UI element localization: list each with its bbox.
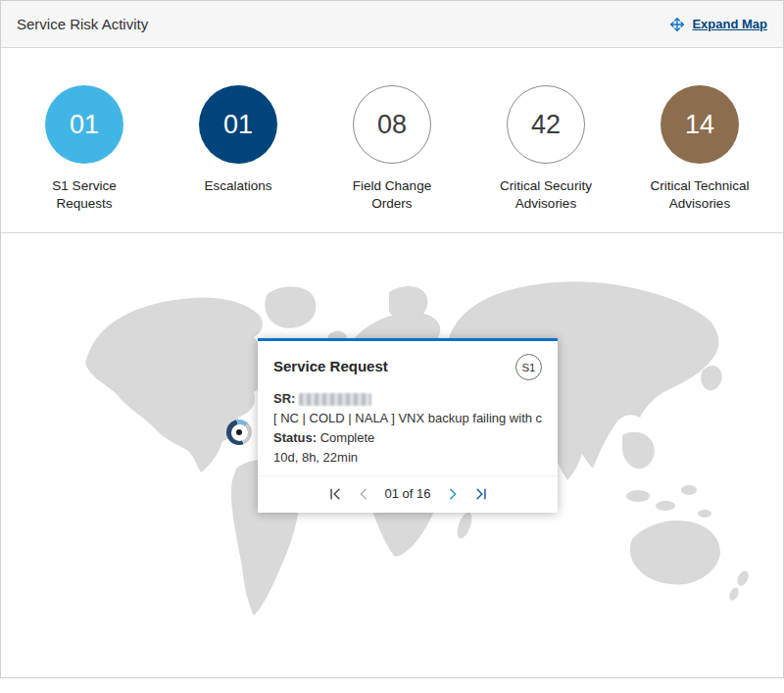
map-marker-inner [231, 424, 248, 441]
pagination-status: 01 of 16 [385, 486, 431, 501]
stat-circle-escalations: 01 [199, 85, 277, 164]
first-page-button[interactable] [328, 487, 342, 501]
chevron-left-icon [357, 487, 370, 501]
risk-map-area: Service Request S1 SR: [ NC | COLD | NAL… [1, 233, 783, 677]
stat-label-cta: Critical Technical Advisories [641, 177, 759, 213]
service-risk-activity-widget: Service Risk Activity Expand Map 01 S1 S… [0, 0, 784, 678]
expand-map-label: Expand Map [692, 17, 767, 31]
chevron-right-icon [446, 487, 460, 501]
stat-circle-cta: 14 [661, 85, 739, 164]
popup-title: Service Request [273, 354, 388, 374]
stat-circle-s1: 01 [45, 85, 123, 164]
stat-escalations[interactable]: 01 Escalations [165, 85, 312, 232]
status-value: Complete [320, 430, 375, 445]
previous-page-button[interactable] [357, 487, 370, 501]
service-request-popup: Service Request S1 SR: [ NC | COLD | NAL… [258, 338, 558, 513]
stat-label-fco: Field Change Orders [333, 177, 451, 213]
severity-badge: S1 [515, 354, 542, 380]
stat-label-escalations: Escalations [204, 177, 271, 195]
first-page-icon [328, 487, 342, 501]
status-line: Status: Complete [273, 429, 542, 448]
map-marker-dot [236, 429, 242, 435]
stat-critical-technical-advisories[interactable]: 14 Critical Technical Advisories [626, 85, 773, 232]
duration-text: 10d, 8h, 22min [273, 449, 542, 468]
sr-description: [ NC | COLD | NALA ] VNX backup failing … [273, 410, 542, 428]
stat-s1-service-requests[interactable]: 01 S1 Service Requests [11, 85, 158, 232]
expand-map-link[interactable]: Expand Map [669, 17, 767, 32]
sr-number-line: SR: [273, 390, 542, 409]
status-label: Status: [273, 430, 317, 445]
move-expand-icon [669, 17, 685, 32]
last-page-button[interactable] [474, 487, 488, 501]
page-title: Service Risk Activity [17, 16, 148, 32]
stat-circle-csa: 42 [507, 85, 585, 164]
last-page-icon [474, 487, 488, 501]
stat-label-s1: S1 Service Requests [25, 177, 143, 213]
stat-circle-fco: 08 [353, 85, 431, 164]
map-marker-service-request[interactable] [226, 420, 252, 445]
sr-label: SR: [273, 391, 295, 406]
popup-pagination: 01 of 16 [258, 475, 558, 513]
next-page-button[interactable] [446, 487, 460, 501]
stat-field-change-orders[interactable]: 08 Field Change Orders [318, 85, 466, 232]
widget-header: Service Risk Activity Expand Map [1, 1, 783, 48]
stat-label-csa: Critical Security Advisories [487, 177, 605, 213]
stat-critical-security-advisories[interactable]: 42 Critical Security Advisories [472, 85, 619, 232]
popup-body: Service Request S1 SR: [ NC | COLD | NAL… [258, 341, 558, 467]
sr-number-redacted [299, 393, 371, 406]
risk-stats-row: 01 S1 Service Requests 01 Escalations 08… [1, 48, 783, 233]
